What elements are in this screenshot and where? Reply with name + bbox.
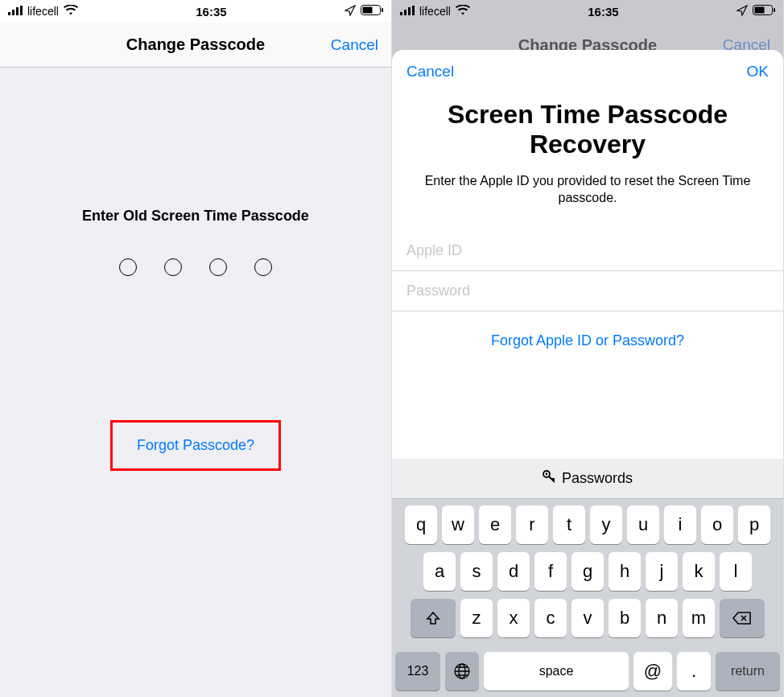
passcode-dot [119, 258, 137, 276]
key-y[interactable]: y [590, 505, 622, 544]
forgot-apple-id-link[interactable]: Forgot Apple ID or Password? [392, 311, 783, 370]
key-z[interactable]: z [460, 599, 493, 637]
key-p[interactable]: p [738, 505, 770, 544]
battery-icon [753, 5, 775, 18]
key-j[interactable]: j [646, 552, 678, 591]
nav-title: Change Passcode [126, 35, 265, 54]
globe-key[interactable] [445, 652, 479, 691]
sheet-cancel-button[interactable]: Cancel [406, 63, 454, 80]
signal-icon [400, 5, 415, 18]
signal-icon [8, 5, 23, 18]
svg-rect-6 [382, 8, 383, 12]
sheet-subtitle: Enter the Apple ID you provided to reset… [392, 159, 783, 207]
numbers-key[interactable]: 123 [395, 652, 440, 691]
wifi-icon [64, 5, 78, 18]
carrier-label: lifecell [419, 5, 451, 18]
sheet-ok-button[interactable]: OK [747, 63, 769, 80]
key-n[interactable]: n [646, 599, 678, 637]
keyboard: Passwords q w e r t y u i o p a s [392, 459, 783, 697]
key-s[interactable]: s [460, 552, 493, 591]
passcode-dot [254, 258, 272, 276]
key-m[interactable]: m [683, 599, 715, 637]
key-k[interactable]: k [683, 552, 715, 591]
passcode-dot [164, 258, 182, 276]
keyboard-row-1: q w e r t y u i o p [395, 505, 780, 544]
key-x[interactable]: x [497, 599, 530, 637]
svg-rect-5 [363, 7, 373, 14]
key-a[interactable]: a [423, 552, 456, 591]
key-u[interactable]: u [627, 505, 659, 544]
location-icon [345, 5, 356, 19]
svg-rect-0 [8, 12, 10, 15]
keyboard-row-bottom: 123 space @ . return [392, 652, 783, 697]
backspace-key[interactable] [720, 599, 765, 637]
key-g[interactable]: g [571, 552, 604, 591]
forgot-highlight-box: Forgot Passcode? [110, 420, 281, 471]
key-v[interactable]: v [571, 599, 604, 637]
key-w[interactable]: w [442, 505, 474, 544]
key-i[interactable]: i [664, 505, 696, 544]
key-l[interactable]: l [720, 552, 752, 591]
apple-id-field[interactable] [392, 231, 783, 271]
keyboard-suggestion-bar[interactable]: Passwords [392, 459, 783, 499]
phone-left: lifecell 16:35 Change Passcode Cancel En… [0, 0, 392, 697]
wifi-icon [456, 5, 470, 18]
password-field[interactable] [392, 271, 783, 311]
svg-rect-3 [20, 6, 23, 15]
carrier-label: lifecell [27, 5, 59, 18]
key-icon [543, 470, 555, 487]
key-h[interactable]: h [609, 552, 641, 591]
cancel-button[interactable]: Cancel [331, 36, 378, 54]
status-bar: lifecell 16:35 [0, 0, 391, 23]
passcode-body: Enter Old Screen Time Passcode Forgot Pa… [0, 68, 391, 697]
key-d[interactable]: d [497, 552, 530, 591]
sheet-title: Screen Time Passcode Recovery [392, 80, 783, 159]
key-t[interactable]: t [553, 505, 585, 544]
clock: 16:35 [196, 5, 226, 19]
svg-rect-12 [755, 7, 765, 14]
svg-rect-2 [16, 7, 19, 15]
svg-rect-1 [12, 10, 14, 15]
keyboard-suggestion: Passwords [562, 470, 633, 487]
svg-rect-9 [408, 7, 411, 15]
key-b[interactable]: b [609, 599, 641, 637]
dot-key[interactable]: . [677, 652, 711, 691]
key-r[interactable]: r [516, 505, 548, 544]
passcode-dots [0, 258, 391, 276]
return-key[interactable]: return [716, 652, 780, 691]
recovery-sheet: Cancel OK Screen Time Passcode Recovery … [392, 50, 783, 697]
nav-bar: Change Passcode Cancel [0, 23, 391, 68]
forgot-passcode-link[interactable]: Forgot Passcode? [137, 437, 254, 453]
status-bar: lifecell 16:35 [392, 0, 783, 23]
space-key[interactable]: space [484, 652, 629, 691]
keyboard-row-2: a s d f g h j k l [395, 552, 780, 591]
key-f[interactable]: f [534, 552, 567, 591]
svg-rect-7 [400, 12, 402, 15]
shift-key[interactable] [411, 599, 456, 637]
svg-rect-13 [774, 8, 775, 12]
svg-point-15 [546, 473, 548, 476]
location-icon [737, 5, 748, 19]
phone-right: lifecell 16:35 Change Passcode Cancel Ca… [392, 0, 784, 697]
svg-rect-10 [412, 6, 415, 15]
key-o[interactable]: o [701, 505, 733, 544]
passcode-dot [209, 258, 227, 276]
clock: 16:35 [588, 5, 618, 19]
keyboard-row-3: z x c v b n m [395, 599, 780, 637]
battery-icon [361, 5, 383, 18]
key-c[interactable]: c [534, 599, 567, 637]
at-key[interactable]: @ [633, 652, 672, 691]
key-q[interactable]: q [405, 505, 437, 544]
svg-rect-8 [404, 10, 406, 15]
key-e[interactable]: e [479, 505, 511, 544]
passcode-prompt: Enter Old Screen Time Passcode [0, 68, 391, 225]
